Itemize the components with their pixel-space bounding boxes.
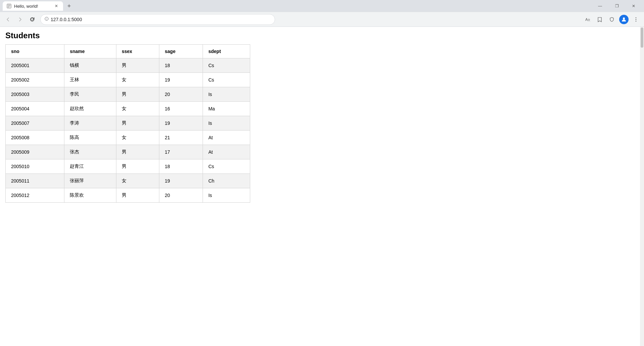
table-row: 2005012陈景欢男20Is xyxy=(6,188,250,203)
cell-sname: 李涛 xyxy=(64,116,116,131)
col-sname: sname xyxy=(64,45,116,58)
cell-ssex: 女 xyxy=(116,73,159,87)
cell-sno: 2005008 xyxy=(6,131,64,145)
svg-point-8 xyxy=(623,17,625,19)
scrollbar[interactable] xyxy=(640,27,644,346)
cell-sage: 19 xyxy=(159,174,203,188)
cell-sage: 16 xyxy=(159,102,203,116)
cell-sno: 2005003 xyxy=(6,87,64,102)
address-bar[interactable]: i 127.0.0.1:5000 xyxy=(40,14,275,25)
cell-ssex: 男 xyxy=(116,159,159,174)
cell-ssex: 女 xyxy=(116,174,159,188)
cell-sno: 2005001 xyxy=(6,58,64,73)
table-row: 2005008陈高女21At xyxy=(6,131,250,145)
svg-text:i: i xyxy=(46,18,47,20)
cell-sno: 2005004 xyxy=(6,102,64,116)
page-title: Students xyxy=(5,31,639,40)
cell-sname: 赵欣然 xyxy=(64,102,116,116)
scrollbar-thumb[interactable] xyxy=(641,28,643,48)
cell-sno: 2005012 xyxy=(6,188,64,203)
table-row: 2005001钱横男18Cs xyxy=(6,58,250,73)
forward-button[interactable] xyxy=(15,14,25,25)
back-button[interactable] xyxy=(3,14,13,25)
cell-sdept: Cs xyxy=(203,73,250,87)
cell-sage: 21 xyxy=(159,131,203,145)
cell-sno: 2005011 xyxy=(6,174,64,188)
minimize-button[interactable]: — xyxy=(592,0,608,12)
cell-sname: 李民 xyxy=(64,87,116,102)
table-row: 2005007李涛男19Is xyxy=(6,116,250,131)
col-sno: sno xyxy=(6,45,64,58)
cell-sdept: Cs xyxy=(203,58,250,73)
cell-sage: 19 xyxy=(159,116,203,131)
cell-sdept: At xyxy=(203,145,250,159)
cell-ssex: 男 xyxy=(116,58,159,73)
col-sdept: sdept xyxy=(203,45,250,58)
cell-sage: 20 xyxy=(159,188,203,203)
translate-button[interactable]: A 文 xyxy=(582,14,593,25)
cell-sname: 钱横 xyxy=(64,58,116,73)
table-header: sno sname ssex sage sdept xyxy=(6,45,250,58)
table-row: 2005003李民男20Is xyxy=(6,87,250,102)
cell-ssex: 男 xyxy=(116,145,159,159)
address-text: 127.0.0.1:5000 xyxy=(51,17,271,22)
cell-sno: 2005002 xyxy=(6,73,64,87)
table-row: 2005002王林女19Cs xyxy=(6,73,250,87)
tab-title: Hello, world! xyxy=(14,4,51,9)
cell-ssex: 男 xyxy=(116,188,159,203)
cell-ssex: 女 xyxy=(116,102,159,116)
cell-sno: 2005010 xyxy=(6,159,64,174)
svg-point-11 xyxy=(636,20,636,21)
cell-sname: 王林 xyxy=(64,73,116,87)
table-row: 2005004赵欣然女16Ma xyxy=(6,102,250,116)
cell-sname: 赵青江 xyxy=(64,159,116,174)
page-content: Students sno sname ssex sage sdept 20050… xyxy=(0,27,644,346)
refresh-button[interactable] xyxy=(27,14,38,25)
cell-sage: 17 xyxy=(159,145,203,159)
table-row: 2005010赵青江男18Cs xyxy=(6,159,250,174)
shield-button[interactable] xyxy=(606,14,617,25)
table-row: 2005011张丽萍女19Ch xyxy=(6,174,250,188)
cell-sname: 陈高 xyxy=(64,131,116,145)
profile-avatar[interactable] xyxy=(619,14,629,25)
cell-sno: 2005007 xyxy=(6,116,64,131)
cell-sage: 18 xyxy=(159,58,203,73)
cell-sdept: Is xyxy=(203,87,250,102)
cell-sname: 陈景欢 xyxy=(64,188,116,203)
svg-point-9 xyxy=(636,17,636,18)
cell-ssex: 男 xyxy=(116,116,159,131)
cell-sdept: Is xyxy=(203,188,250,203)
cell-ssex: 女 xyxy=(116,131,159,145)
students-table: sno sname ssex sage sdept 2005001钱横男18Cs… xyxy=(5,44,250,203)
maximize-button[interactable]: ❐ xyxy=(609,0,625,12)
cell-sname: 张丽萍 xyxy=(64,174,116,188)
nav-bar: i 127.0.0.1:5000 A 文 xyxy=(0,12,644,27)
browser-window: Hello, world! ✕ + — ❐ ✕ xyxy=(0,0,644,346)
cell-sage: 18 xyxy=(159,159,203,174)
tab-close-button[interactable]: ✕ xyxy=(54,3,59,9)
table-header-row: sno sname ssex sage sdept xyxy=(6,45,250,58)
active-tab[interactable]: Hello, world! ✕ xyxy=(3,1,63,11)
cell-sdept: Cs xyxy=(203,159,250,174)
cell-sdept: Ch xyxy=(203,174,250,188)
svg-point-10 xyxy=(636,19,636,19)
tab-page-icon xyxy=(7,4,11,8)
window-controls: — ❐ ✕ xyxy=(592,0,641,12)
menu-button[interactable] xyxy=(631,14,641,25)
cell-sage: 20 xyxy=(159,87,203,102)
cell-ssex: 男 xyxy=(116,87,159,102)
svg-text:文: 文 xyxy=(588,18,590,21)
cell-sdept: Ma xyxy=(203,102,250,116)
cell-sdept: Is xyxy=(203,116,250,131)
title-bar-left: Hello, world! ✕ + xyxy=(3,1,74,11)
new-tab-button[interactable]: + xyxy=(64,1,74,11)
close-button[interactable]: ✕ xyxy=(626,0,641,12)
cell-sname: 张杰 xyxy=(64,145,116,159)
nav-right-controls: A 文 xyxy=(582,14,641,25)
bookmark-button[interactable] xyxy=(594,14,605,25)
cell-sno: 2005009 xyxy=(6,145,64,159)
profile-icon[interactable] xyxy=(619,15,629,24)
col-ssex: ssex xyxy=(116,45,159,58)
table-row: 2005009张杰男17At xyxy=(6,145,250,159)
secure-icon: i xyxy=(45,17,49,22)
